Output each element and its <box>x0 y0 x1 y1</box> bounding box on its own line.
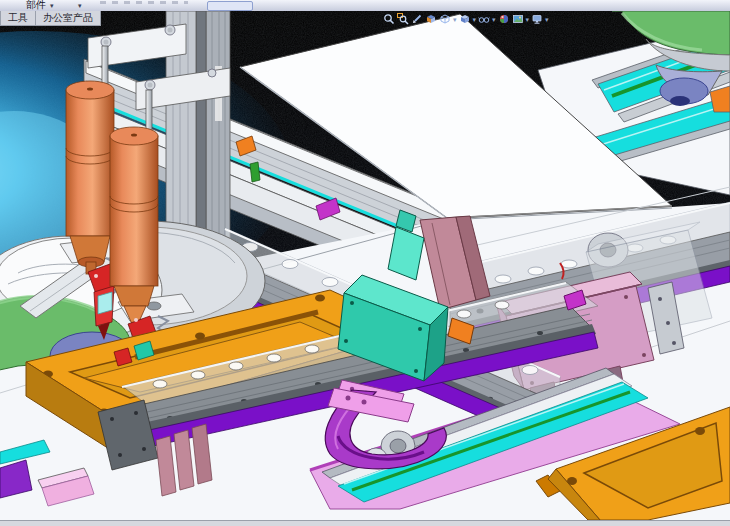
commandmanager-tabs: 工具 办公室产品 <box>0 11 101 26</box>
toolbar-dropdown-caret-2[interactable]: ▾ <box>78 0 82 11</box>
view-orientation-icon[interactable] <box>438 12 452 27</box>
hide-show-items-caret[interactable]: ▾ <box>492 12 496 27</box>
solidworks-window: 部件 ▾ ▾ 工具 办公室产品 ▾ ▾ ▾ ▾ ▾ <box>0 0 730 526</box>
zoom-to-fit-icon[interactable] <box>382 12 396 27</box>
edit-appearance-icon[interactable] <box>497 12 511 27</box>
green-fitting <box>250 162 260 182</box>
apply-scene-caret[interactable]: ▾ <box>526 12 530 27</box>
suction-cylinder-1 <box>66 90 114 236</box>
view-settings-caret[interactable]: ▾ <box>545 12 549 27</box>
status-bar <box>0 520 730 526</box>
toolbar-dropdown-caret-1[interactable]: ▾ <box>50 0 54 11</box>
scene-canvas <box>0 11 730 520</box>
toolbar-clipped-buttons <box>100 1 188 4</box>
tab-office-products[interactable]: 办公室产品 <box>36 11 101 26</box>
headsup-view-toolbar: ▾ ▾ ▾ ▾ ▾ <box>382 11 550 27</box>
tab-tools[interactable]: 工具 <box>0 11 36 26</box>
section-view-icon[interactable] <box>424 12 438 27</box>
toolbar-highlighted-button[interactable] <box>207 1 253 11</box>
apply-scene-icon[interactable] <box>511 12 525 27</box>
assembly-toolbar-label: 部件 <box>26 0 46 11</box>
view-settings-icon[interactable] <box>530 12 544 27</box>
zoom-to-area-icon[interactable] <box>396 12 410 27</box>
display-style-caret[interactable]: ▾ <box>473 12 477 27</box>
hide-show-items-icon[interactable] <box>477 12 491 27</box>
display-style-icon[interactable] <box>458 12 472 27</box>
view-orientation-caret[interactable]: ▾ <box>453 12 457 27</box>
suction-cylinder-2 <box>110 136 158 286</box>
viewport-3d[interactable]: 工具 办公室产品 ▾ ▾ ▾ ▾ ▾ <box>0 11 730 520</box>
previous-view-icon[interactable] <box>410 12 424 27</box>
